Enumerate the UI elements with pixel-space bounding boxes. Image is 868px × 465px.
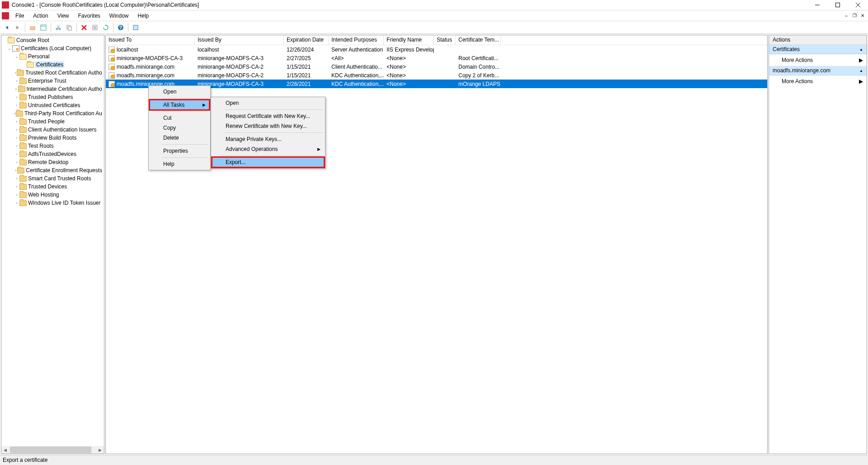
col-status[interactable]: Status <box>434 35 456 45</box>
menu-window[interactable]: Window <box>105 12 133 20</box>
cm-delete[interactable]: Delete <box>150 133 209 143</box>
actions-more-certificates[interactable]: More Actions▶ <box>769 55 867 65</box>
folder-icon <box>19 127 27 133</box>
folder-icon <box>19 135 27 141</box>
tree-item[interactable]: ›Certificate Enrollment Requests <box>1 166 104 174</box>
cm-all-tasks[interactable]: All Tasks▶ <box>150 100 209 110</box>
tree-item[interactable]: ›Client Authentication Issuers <box>1 126 104 134</box>
mmc-icon <box>2 12 9 19</box>
tree-certificates-local[interactable]: ⌄ Certificates (Local Computer) <box>1 44 104 52</box>
folder-icon <box>19 160 27 165</box>
mdi-close-button[interactable]: ✕ <box>859 12 866 19</box>
tree-item[interactable]: ›Trusted People <box>1 117 104 126</box>
close-button[interactable] <box>848 0 868 10</box>
certificate-icon <box>108 47 115 53</box>
cm-open[interactable]: Open <box>150 87 209 97</box>
tree-item[interactable]: ›Third-Party Root Certification Au <box>1 109 104 117</box>
actions-pane: Actions Certificates▲ More Actions▶ moad… <box>769 35 867 454</box>
col-template[interactable]: Certificate Tem... <box>456 35 501 45</box>
cell-exp: 2/26/2021 <box>287 81 311 87</box>
folder-icon <box>19 119 27 125</box>
actions-section-certificates[interactable]: Certificates▲ <box>769 45 867 54</box>
up-button[interactable] <box>28 23 38 33</box>
cell-friendly: <None> <box>387 81 406 87</box>
tree-pane[interactable]: Console Root ⌄ Certificates (Local Compu… <box>1 35 104 454</box>
forward-button[interactable] <box>13 23 23 33</box>
copy-button[interactable] <box>64 23 74 33</box>
cell-purpose: KDC Authentication,... <box>331 81 384 87</box>
tree-personal[interactable]: ⌄ Personal <box>1 52 104 61</box>
col-issued-by[interactable]: Issued By <box>195 35 284 45</box>
col-issued-to[interactable]: Issued To <box>106 35 195 45</box>
col-friendly[interactable]: Friendly Name <box>384 35 434 45</box>
cm-help[interactable]: Help <box>150 159 209 169</box>
tree-console-root[interactable]: Console Root <box>1 36 104 44</box>
cm-properties[interactable]: Properties <box>150 146 209 156</box>
show-hide-button[interactable] <box>38 23 48 33</box>
tree-item[interactable]: ›Trusted Publishers <box>1 93 104 101</box>
tree-item[interactable]: ›Preview Build Roots <box>1 134 104 142</box>
refresh-button[interactable] <box>101 23 111 33</box>
menu-help[interactable]: Help <box>133 12 154 20</box>
menu-favorites[interactable]: Favorites <box>74 12 105 20</box>
tree-label: Preview Build Roots <box>28 135 76 141</box>
properties-button[interactable] <box>90 23 100 33</box>
tree-item[interactable]: ›Remote Desktop <box>1 158 104 166</box>
certificate-row[interactable]: moadfs.miniorange.comminiorange-MOADFS-C… <box>106 71 767 80</box>
export-list-button[interactable] <box>131 23 141 33</box>
maximize-button[interactable] <box>827 0 848 10</box>
tree-item[interactable]: ›Windows Live ID Token Issuer <box>1 199 104 207</box>
delete-button[interactable] <box>79 23 89 33</box>
column-headers: Issued To Issued By Expiration Date Inte… <box>106 35 767 45</box>
tree-label: Windows Live ID Token Issuer <box>28 200 101 206</box>
horizontal-scrollbar[interactable]: ◀▶ <box>1 446 104 454</box>
tree-item[interactable]: ›Trusted Root Certification Autho <box>1 69 104 77</box>
context-menu: Open All Tasks▶ Cut Copy Delete Properti… <box>148 85 211 170</box>
tree-item[interactable]: ›Smart Card Trusted Roots <box>1 174 104 183</box>
folder-icon <box>19 200 27 206</box>
tree-item[interactable]: ›Web Hosting <box>1 191 104 199</box>
tree-certificates-node[interactable]: Certificates <box>1 61 104 69</box>
tree-item[interactable]: ›AdfsTrustedDevices <box>1 150 104 158</box>
sm-manage[interactable]: Manage Private Keys... <box>212 134 324 144</box>
certificate-row[interactable]: moadfs.miniorange.comminiorange-MOADFS-C… <box>106 62 767 71</box>
help-button[interactable]: ? <box>116 23 126 33</box>
app-icon <box>2 1 9 9</box>
actions-more-selected[interactable]: More Actions▶ <box>769 76 867 86</box>
tree-label: Third-Party Root Certification Au <box>24 110 102 117</box>
tree-label: Trusted Devices <box>28 183 67 190</box>
sm-request[interactable]: Request Certificate with New Key... <box>212 111 324 121</box>
menu-view[interactable]: View <box>53 12 74 20</box>
col-expiration[interactable]: Expiration Date <box>284 35 329 45</box>
certificate-icon <box>108 72 115 79</box>
cm-copy[interactable]: Copy <box>150 123 209 133</box>
tree-item[interactable]: ›Enterprise Trust <box>1 77 104 85</box>
cell-friendly: <None> <box>387 64 406 70</box>
mdi-minimize-button[interactable]: – <box>843 12 850 19</box>
actions-section-selected[interactable]: moadfs.miniorange.com▲ <box>769 66 867 75</box>
sm-open[interactable]: Open <box>212 98 324 108</box>
tree-label: Certificates (Local Computer) <box>21 45 91 52</box>
certificate-icon <box>108 81 115 87</box>
menu-action[interactable]: Action <box>28 12 52 20</box>
cut-button[interactable] <box>53 23 63 33</box>
folder-icon <box>19 151 27 157</box>
sm-renew[interactable]: Renew Certificate with New Key... <box>212 121 324 131</box>
col-purpose[interactable]: Intended Purposes <box>329 35 384 45</box>
sm-export[interactable]: Export... <box>212 157 324 167</box>
certificate-row[interactable]: localhostlocalhost12/26/2024Server Authe… <box>106 45 767 54</box>
svg-rect-21 <box>133 25 138 30</box>
sm-advanced[interactable]: Advanced Operations▶ <box>212 144 324 154</box>
tree-item[interactable]: ›Intermediate Certification Autho <box>1 85 104 93</box>
minimize-button[interactable] <box>807 0 827 10</box>
chevron-right-icon: ▶ <box>859 78 863 85</box>
certificate-row[interactable]: miniorange-MOADFS-CA-3miniorange-MOADFS-… <box>106 54 767 62</box>
cm-cut[interactable]: Cut <box>150 113 209 123</box>
collapse-icon: ▲ <box>859 69 863 73</box>
back-button[interactable] <box>2 23 12 33</box>
tree-item[interactable]: ›Untrusted Certificates <box>1 101 104 109</box>
tree-item[interactable]: ›Test Roots <box>1 142 104 150</box>
mdi-restore-button[interactable]: ❐ <box>851 12 858 19</box>
menu-file[interactable]: File <box>11 12 28 20</box>
tree-item[interactable]: ›Trusted Devices <box>1 183 104 191</box>
